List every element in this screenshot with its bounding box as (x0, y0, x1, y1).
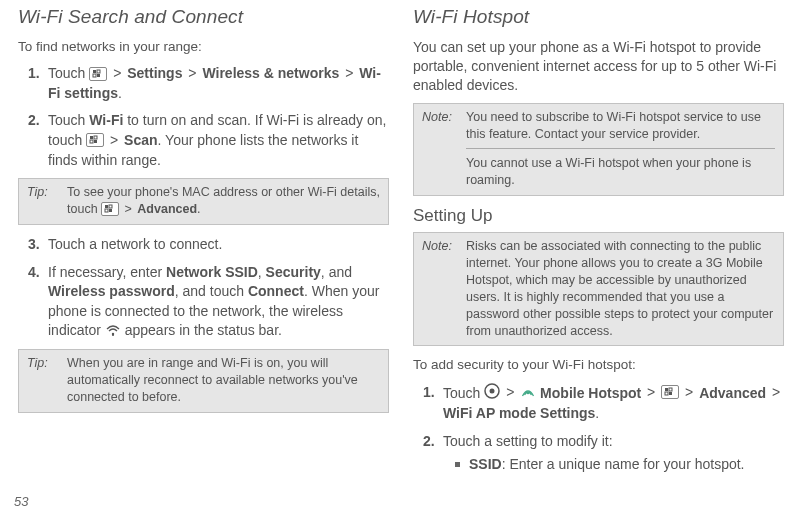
tip-2-body: When you are in range and Wi-Fi is on, y… (67, 355, 380, 406)
left-column: Wi-Fi Search and Connect To find network… (18, 6, 389, 483)
bullet-ssid-desc: : Enter a unique name for your hotspot. (502, 456, 745, 472)
launcher-icon (484, 383, 500, 405)
s4-h: appears in the status bar. (125, 322, 282, 338)
svg-rect-2 (93, 74, 96, 77)
s3: Touch a network to connect. (48, 236, 222, 252)
svg-rect-0 (93, 70, 96, 73)
svg-rect-7 (94, 140, 97, 143)
step-1: 1. Touch > Settings > Wireless & network… (32, 64, 389, 103)
svg-rect-17 (669, 388, 672, 391)
note-2-label: Note: (422, 238, 460, 339)
s1-a: Touch (48, 65, 89, 81)
comma-1: , (258, 264, 266, 280)
note-1: Note: You need to subscribe to Wi-Fi hot… (413, 103, 784, 197)
note1-body2: You cannot use a Wi-Fi hotspot when your… (466, 155, 775, 189)
page-number: 53 (14, 494, 28, 509)
svg-rect-4 (90, 136, 93, 139)
gt-2: > (188, 65, 196, 81)
right-intro2: To add security to your Wi-Fi hotspot: (413, 356, 784, 374)
s4-password: Wireless password (48, 283, 175, 299)
note-2-body: Risks can be associated with connecting … (466, 238, 775, 339)
hotspot-icon (520, 384, 536, 404)
gt-1: > (113, 65, 121, 81)
r-s1-a: Touch (443, 384, 484, 400)
gt-r2: > (647, 384, 655, 400)
left-steps: 1. Touch > Settings > Wireless & network… (18, 64, 389, 170)
right-steps: 1. Touch > Mobile Hotspot > > Advanced >… (413, 383, 784, 475)
gt-r3: > (685, 384, 693, 400)
svg-rect-5 (94, 136, 97, 139)
s1-settings: Settings (127, 65, 182, 81)
note-divider (466, 148, 775, 149)
r-s1-advanced: Advanced (699, 384, 766, 400)
wifi-icon (105, 322, 121, 342)
svg-rect-19 (669, 392, 672, 395)
step-4: 4. If necessary, enter Network SSID, Sec… (32, 263, 389, 342)
step-num-4: 4. (28, 263, 40, 283)
svg-rect-10 (105, 209, 108, 212)
gt-r4: > (772, 384, 780, 400)
note-1-body: You need to subscribe to Wi-Fi hotspot s… (466, 109, 775, 190)
svg-rect-1 (97, 70, 100, 73)
svg-rect-11 (109, 209, 112, 212)
gt-5: > (125, 202, 132, 216)
r-s2: Touch a setting to modify it: (443, 433, 613, 449)
tip-2: Tip: When you are in range and Wi-Fi is … (18, 349, 389, 413)
gt-r1: > (506, 384, 514, 400)
svg-rect-9 (109, 205, 112, 208)
s2-wifi: Wi-Fi (89, 112, 123, 128)
note1-body1: You need to subscribe to Wi-Fi hotspot s… (466, 109, 775, 143)
apps-icon (101, 202, 119, 216)
tip-1: Tip: To see your phone's MAC address or … (18, 178, 389, 225)
s4-security: Security (266, 264, 321, 280)
r-step-2: 2. Touch a setting to modify it: SSID: E… (427, 432, 784, 475)
svg-rect-18 (665, 392, 668, 395)
right-column: Wi-Fi Hotspot You can set up your phone … (413, 6, 784, 483)
note-1-label: Note: (422, 109, 460, 190)
apps-icon (89, 67, 107, 81)
svg-rect-8 (105, 205, 108, 208)
s1-wireless: Wireless & networks (202, 65, 339, 81)
s4-e: , and touch (175, 283, 248, 299)
r-step-num-2: 2. (423, 432, 435, 452)
step-num-2: 2. (28, 111, 40, 131)
note-2: Note: Risks can be associated with conne… (413, 232, 784, 346)
gt-4: > (110, 132, 118, 148)
gt-3: > (345, 65, 353, 81)
svg-rect-16 (665, 388, 668, 391)
bullet-ssid: SSID (469, 456, 502, 472)
tip-1-body: To see your phone's MAC address or other… (67, 184, 380, 218)
r-s1-hotspot: Mobile Hotspot (540, 384, 641, 400)
left-intro: To find networks in your range: (18, 38, 389, 56)
s2-a: Touch (48, 112, 89, 128)
s4-a: If necessary, enter (48, 264, 166, 280)
step-3: 3. Touch a network to connect. (32, 235, 389, 255)
tip1-advanced: Advanced (137, 202, 197, 216)
right-title: Wi-Fi Hotspot (413, 6, 784, 28)
ssid-bullet: SSID: Enter a unique name for your hotsp… (443, 455, 784, 475)
s4-ssid: Network SSID (166, 264, 258, 280)
r-step-num-1: 1. (423, 383, 435, 403)
svg-point-12 (112, 333, 114, 335)
tip1-c: . (197, 202, 200, 216)
apps-icon (661, 385, 679, 399)
setting-up-heading: Setting Up (413, 206, 784, 226)
step-2: 2. Touch Wi-Fi to turn on and scan. If W… (32, 111, 389, 170)
right-intro: You can set up your phone as a Wi-Fi hot… (413, 38, 784, 95)
step-num-1: 1. (28, 64, 40, 84)
apps-icon (86, 133, 104, 147)
left-title: Wi-Fi Search and Connect (18, 6, 389, 28)
step-num-3: 3. (28, 235, 40, 255)
svg-rect-6 (90, 140, 93, 143)
tip-1-label: Tip: (27, 184, 61, 218)
r-step-1: 1. Touch > Mobile Hotspot > > Advanced >… (427, 383, 784, 424)
svg-point-14 (490, 388, 495, 393)
r-s1-apmode: WiFi AP mode Settings (443, 405, 595, 421)
svg-rect-3 (97, 74, 100, 77)
s4-connect: Connect (248, 283, 304, 299)
left-steps-cont: 3. Touch a network to connect. 4. If nec… (18, 235, 389, 341)
s2-scan: Scan (124, 132, 157, 148)
tip-2-label: Tip: (27, 355, 61, 406)
